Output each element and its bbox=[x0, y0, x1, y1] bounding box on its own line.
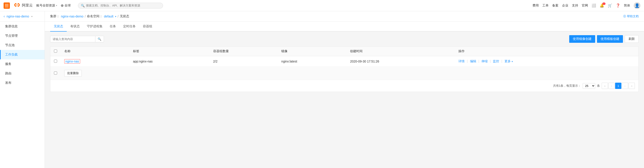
create-template-button[interactable]: 使用模板创建 bbox=[597, 35, 623, 43]
ns-dropdown-icon[interactable]: ▾ bbox=[115, 15, 116, 18]
cart-icon[interactable]: 🛒 bbox=[608, 3, 612, 8]
svg-rect-0 bbox=[16, 4, 18, 6]
inner-content: 🔍 使用镜像创建 使用模板创建 刷新 bbox=[45, 32, 644, 96]
search-button[interactable]: 🔍 bbox=[95, 36, 104, 42]
toolbar-left: 🔍 bbox=[50, 36, 104, 42]
row-actions-cell: 详情 | 编辑 | 伸缩 | 监控 | 更多 ▾ bbox=[455, 56, 638, 67]
th-checkbox bbox=[50, 46, 61, 56]
action-more[interactable]: 更多 ▾ bbox=[504, 59, 513, 63]
tab-daemonset[interactable]: 守护进程集 bbox=[83, 22, 106, 32]
th-image: 镜像 bbox=[278, 46, 346, 56]
page-1-btn[interactable]: 1 bbox=[615, 83, 622, 89]
nav-all-resources[interactable]: 账号全部资源 ▾ bbox=[36, 4, 57, 8]
pagination-unit: 条 bbox=[597, 84, 600, 88]
search-wrap: 🔍 bbox=[50, 36, 104, 42]
sidebar-item-routing[interactable]: 路由 bbox=[0, 69, 44, 78]
tab-stateless[interactable]: 无状态 bbox=[50, 22, 67, 32]
sidebar-cluster-name: nginx-nas-demo bbox=[6, 14, 29, 18]
notification-icon[interactable]: 🔔· bbox=[600, 3, 604, 8]
row-name-cell: nginx-nas bbox=[61, 56, 130, 67]
back-arrow-icon: ‹ bbox=[4, 14, 5, 18]
nav-enterprise[interactable]: 企业 bbox=[562, 4, 568, 8]
action-scale[interactable]: 伸缩 bbox=[482, 59, 488, 63]
page-next-btn[interactable]: › bbox=[622, 83, 628, 89]
logo-icon bbox=[14, 2, 20, 9]
breadcrumb: 集群： nginx-nas-demo / 命名空间： default ▾ / 无… bbox=[50, 14, 129, 18]
nav-support[interactable]: 支持 bbox=[572, 4, 578, 8]
toolbar: 🔍 使用镜像创建 使用模板创建 刷新 bbox=[50, 35, 639, 43]
batch-actions-cell: 批量删除 bbox=[61, 67, 638, 80]
sidebar-item-service[interactable]: 服务 bbox=[0, 59, 44, 69]
search-input[interactable] bbox=[50, 36, 95, 42]
th-tags: 标签 bbox=[130, 46, 210, 56]
sidebar-item-node-management[interactable]: 节点管理 bbox=[0, 31, 44, 40]
breadcrumb-cluster-name[interactable]: nginx-nas-demo bbox=[61, 14, 83, 18]
sidebar-item-release[interactable]: 发布 bbox=[0, 78, 44, 88]
sidebar-dropdown-icon: ▾ bbox=[31, 15, 32, 18]
sidebar-item-workload[interactable]: 工作负载 bbox=[0, 50, 44, 59]
help-icon[interactable]: ❓ bbox=[616, 3, 620, 8]
nav-right-area: 费用 工单 备案 企业 支持 官网 ⬜ 🔔· 🛒 ❓ 简体 👤 bbox=[532, 2, 640, 9]
row-created-cell: 2020-09-30 17:51:26 bbox=[346, 56, 455, 67]
nav-fees[interactable]: 费用 bbox=[532, 4, 539, 8]
sidebar-item-node-pool[interactable]: 节点池 bbox=[0, 40, 44, 50]
screen-icon[interactable]: ⬜ bbox=[592, 3, 596, 8]
row-image-cell: nginx:latest bbox=[278, 56, 346, 67]
batch-checkbox-cell bbox=[50, 67, 61, 80]
tab-stateful[interactable]: 有状态 bbox=[67, 22, 83, 32]
table-header-row: 名称 标签 容器组数量 镜像 创建时间 操作 bbox=[50, 46, 638, 56]
row-pods-cell: 2/2 bbox=[210, 56, 278, 67]
toolbar-right: 使用镜像创建 使用模板创建 刷新 bbox=[569, 35, 639, 43]
page-size-select[interactable]: 25 50 100 bbox=[583, 83, 595, 89]
avatar[interactable]: 👤 bbox=[634, 2, 640, 9]
main-content: 集群： nginx-nas-demo / 命名空间： default ▾ / 无… bbox=[45, 11, 644, 168]
chevron-down-icon: ▾ bbox=[56, 4, 57, 7]
logo-text: 阿里云 bbox=[22, 3, 33, 8]
th-pods: 容器组数量 bbox=[210, 46, 278, 56]
tab-job[interactable]: 任务 bbox=[106, 22, 120, 32]
action-monitor[interactable]: 监控 bbox=[493, 59, 499, 63]
sidebar: ‹ nginx-nas-demo ▾ 集群信息 节点管理 节点池 工作负载 服务… bbox=[0, 11, 45, 168]
tab-cronjob[interactable]: 定时任务 bbox=[120, 22, 139, 32]
nav-tickets[interactable]: 工单 bbox=[542, 4, 548, 8]
more-dropdown-icon: ▾ bbox=[512, 60, 513, 63]
breadcrumb-ns-label: 命名空间： bbox=[87, 14, 102, 18]
row-checkbox-cell bbox=[50, 56, 61, 67]
batch-checkbox[interactable] bbox=[54, 72, 57, 74]
action-detail[interactable]: 详情 bbox=[458, 59, 465, 63]
action-edit[interactable]: 编辑 bbox=[470, 59, 476, 63]
logo[interactable]: 阿里云 bbox=[14, 2, 33, 9]
breadcrumb-current-page: 无状态 bbox=[120, 14, 129, 18]
page-prev-btn[interactable]: ‹ bbox=[608, 83, 615, 89]
create-image-button[interactable]: 使用镜像创建 bbox=[569, 35, 595, 43]
sidebar-cluster-header[interactable]: ‹ nginx-nas-demo ▾ bbox=[0, 11, 44, 22]
tab-pod[interactable]: 容器组 bbox=[139, 22, 156, 32]
hamburger-menu[interactable] bbox=[4, 2, 10, 9]
nav-global[interactable]: ⊕ 全球 bbox=[61, 3, 71, 8]
pagination: « ‹ 1 › » bbox=[602, 83, 635, 89]
search-input[interactable] bbox=[86, 4, 160, 7]
select-all-checkbox[interactable] bbox=[54, 50, 57, 53]
th-created: 创建时间 bbox=[346, 46, 455, 56]
nav-icp[interactable]: 备案 bbox=[552, 4, 558, 8]
help-link[interactable]: ⓪ 帮助文档 bbox=[623, 14, 639, 18]
row-checkbox[interactable] bbox=[54, 60, 57, 63]
pagination-total: 共有1条，每页显示： bbox=[553, 84, 581, 88]
breadcrumb-ns-name[interactable]: default bbox=[104, 14, 113, 18]
workload-table: 名称 标签 容器组数量 镜像 创建时间 操作 bbox=[50, 46, 639, 92]
batch-delete-button[interactable]: 批量删除 bbox=[64, 70, 82, 76]
notification-badge: · bbox=[602, 2, 606, 5]
content-header: 集群： nginx-nas-demo / 命名空间： default ▾ / 无… bbox=[45, 11, 644, 22]
nav-language[interactable]: 简体 bbox=[624, 4, 630, 8]
page-last-btn[interactable]: » bbox=[628, 83, 635, 89]
page-first-btn[interactable]: « bbox=[602, 83, 608, 89]
nav-official-site[interactable]: 官网 bbox=[582, 4, 588, 8]
top-navigation: 阿里云 账号全部资源 ▾ ⊕ 全球 🔍 费用 工单 备案 企业 支持 官网 ⬜ … bbox=[0, 0, 644, 11]
search-icon: 🔍 bbox=[81, 4, 85, 8]
search-bar: 🔍 bbox=[78, 3, 163, 8]
workload-name-link[interactable]: nginx-nas bbox=[64, 59, 80, 64]
refresh-button[interactable]: 刷新 bbox=[625, 35, 639, 43]
breadcrumb-cluster-label: 集群： bbox=[50, 14, 60, 18]
sidebar-item-cluster-info[interactable]: 集群信息 bbox=[0, 22, 44, 31]
batch-actions-row: 批量删除 bbox=[50, 67, 638, 80]
